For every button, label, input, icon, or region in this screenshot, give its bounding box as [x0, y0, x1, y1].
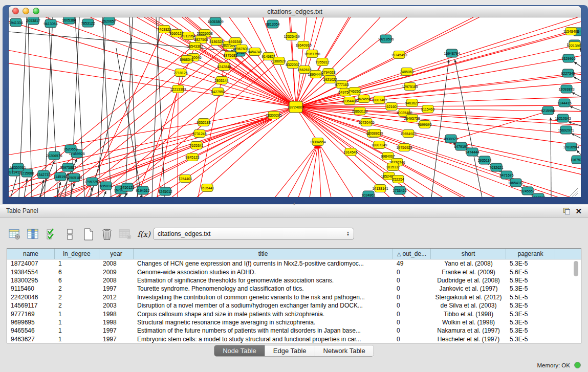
column-header-name[interactable]: name [7, 249, 55, 259]
graph-node[interactable]: 19384554 [310, 138, 325, 146]
graph-node[interactable]: 8968541 [180, 56, 193, 63]
graph-node[interactable]: 6794028 [321, 69, 335, 76]
new-table-icon[interactable] [81, 227, 96, 242]
graph-node[interactable]: 1941334 [9, 18, 23, 27]
table-selector-dropdown[interactable]: citations_edges.txt ▲▼ [153, 228, 354, 240]
graph-node[interactable]: 9845123 [185, 154, 199, 161]
graph-node[interactable]: 16948794 [444, 49, 460, 57]
table-row[interactable]: 969969511998Structural magnetic resonanc… [7, 318, 581, 326]
graph-node[interactable]: 9413054 [43, 19, 57, 28]
table-options-icon[interactable] [7, 227, 23, 242]
float-window-icon[interactable] [563, 208, 570, 214]
select-all-icon[interactable] [44, 227, 59, 242]
graph-node[interactable]: 8454749 [248, 48, 262, 56]
graph-node[interactable]: 5912954 [181, 32, 195, 40]
graph-node[interactable]: 9474444 [465, 148, 479, 156]
graph-node[interactable]: 2718126 [173, 69, 187, 77]
table-header-row[interactable]: namein_degreeyeartitle△out_de...shortpag… [7, 249, 581, 259]
graph-node[interactable]: 746266 [349, 87, 360, 95]
graph-node[interactable]: 11548408 [563, 28, 579, 35]
graph-node[interactable]: 18300295 [266, 112, 281, 119]
graph-node[interactable]: 1167530 [571, 156, 581, 164]
graph-node[interactable]: 7625341 [189, 142, 203, 149]
table-row[interactable]: 1872400712008Changes of HCN gene express… [7, 259, 581, 268]
graph-node[interactable]: 1914545 [343, 148, 357, 156]
graph-node[interactable]: 2935114 [478, 156, 492, 164]
graph-node[interactable]: 12975185 [402, 83, 418, 91]
graph-node[interactable]: 9699695 [418, 121, 431, 128]
column-header-year[interactable]: year [99, 249, 134, 259]
graph-node[interactable]: 9329966 [561, 54, 575, 62]
graph-node[interactable]: 7632621 [489, 163, 503, 171]
graph-node[interactable]: 7635441 [200, 184, 214, 192]
graph-node[interactable]: 16961758 [304, 50, 320, 58]
graph-node[interactable]: 18640910 [295, 41, 311, 49]
graph-node[interactable]: 7254401 [178, 175, 192, 183]
function-builder-icon[interactable]: f(x) [136, 227, 151, 242]
close-icon[interactable]: ✕ [575, 208, 582, 214]
graph-node[interactable]: 18350061 [10, 163, 26, 171]
graph-node[interactable]: 7955812 [315, 58, 329, 66]
graph-node[interactable]: 19756928 [396, 144, 412, 151]
graph-node[interactable]: 9245012 [158, 187, 172, 195]
graph-node[interactable]: 2053817 [26, 17, 40, 25]
graph-node[interactable]: 1024861 [361, 191, 375, 197]
graph-node[interactable]: 18724007 [287, 101, 304, 113]
graph-node[interactable]: 2967608 [234, 45, 248, 53]
graph-node[interactable]: 1921022 [323, 76, 337, 83]
graph-node[interactable]: 3875685 [223, 52, 237, 59]
graph-node[interactable]: 9115460 [421, 105, 435, 113]
table-row[interactable]: 977716911998Corpus callosum shape and si… [7, 310, 581, 318]
graph-node[interactable]: 19745493 [391, 51, 407, 59]
table-row[interactable]: 1830029562008Estimation of significance … [7, 276, 581, 285]
vertical-scrollbar[interactable] [573, 260, 579, 342]
graph-node[interactable]: 18807249 [371, 141, 387, 149]
graph-node[interactable]: 3624554 [357, 95, 371, 103]
graph-node[interactable]: 8427552 [211, 88, 225, 96]
graph-node[interactable]: 9352188 [197, 119, 210, 126]
graph-node[interactable]: 12325419 [284, 33, 299, 40]
graph-node[interactable]: 26495758 [404, 115, 420, 122]
graph-node[interactable]: 9463627 [405, 99, 419, 107]
table-row[interactable]: 1938455462009Genome-wide association stu… [7, 268, 581, 276]
graph-node[interactable]: 9777163 [335, 81, 349, 89]
citation-network-graph[interactable]: 1941334205381794130541605384785312226206… [9, 17, 581, 197]
zoom-button[interactable] [33, 8, 39, 14]
table-row[interactable]: 911546021997Tourette syndrome. Phenomeno… [7, 285, 581, 293]
deselect-all-icon[interactable] [62, 227, 78, 242]
graph-node[interactable]: 10688639 [367, 129, 383, 137]
graph-node[interactable]: 6479197 [454, 142, 468, 150]
table-body[interactable]: 1872400712008Changes of HCN gene express… [7, 259, 581, 343]
column-header-short[interactable]: short [431, 249, 506, 259]
graph-node[interactable]: 9245652 [520, 187, 534, 195]
table-row[interactable]: 2242004622012Investigating the contribut… [7, 293, 581, 301]
graph-node[interactable]: 2450123 [120, 183, 134, 191]
graph-node[interactable]: 8322037 [286, 61, 299, 69]
graph-node[interactable]: 1145194 [54, 172, 68, 181]
graph-node[interactable]: 252254 [392, 176, 404, 183]
graph-node[interactable]: 2803144 [214, 77, 228, 84]
column-header-out_de[interactable]: △out_de... [393, 249, 431, 259]
graph-node[interactable]: 8938923 [444, 135, 458, 143]
tab-edge-table[interactable]: Edge Table [265, 345, 315, 356]
table-row[interactable]: 1456911722003Disruption of a novel membe… [7, 301, 581, 310]
graph-node[interactable]: 62160 [386, 103, 397, 111]
tab-network-table[interactable]: Network Table [315, 345, 374, 356]
graph-node[interactable]: 9194512 [136, 186, 149, 194]
graph-node[interactable]: 1388520 [272, 57, 286, 65]
graph-node[interactable]: 12213383 [170, 85, 186, 93]
graph-node[interactable]: 2620657 [102, 17, 116, 25]
column-header-pagerank[interactable]: pagerank [506, 249, 555, 259]
graph-node[interactable]: 16543382 [187, 42, 203, 50]
graph-node[interactable]: 20206576 [46, 151, 62, 160]
graph-node[interactable]: 16053809 [207, 17, 223, 26]
graph-node[interactable]: 5465346 [228, 38, 242, 46]
graph-node[interactable]: 12093873 [558, 85, 574, 93]
network-graph-canvas[interactable]: 1941334205381794130541605384785312226206… [9, 17, 581, 197]
graph-node[interactable]: 30975887 [60, 163, 76, 171]
delete-table-icon[interactable] [118, 227, 133, 242]
graph-node[interactable]: 16210643 [555, 114, 571, 122]
close-button[interactable] [12, 8, 19, 14]
minimize-button[interactable] [23, 8, 29, 14]
graph-node[interactable]: 10807487 [371, 96, 387, 104]
